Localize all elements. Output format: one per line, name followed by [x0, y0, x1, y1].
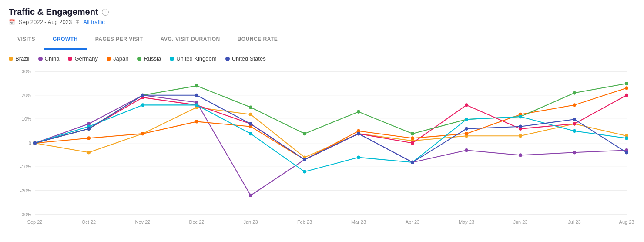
germany-dot	[68, 57, 72, 61]
china-label: China	[45, 55, 60, 62]
dot-china-8	[465, 148, 468, 152]
y-label-20p: 20%	[22, 93, 31, 98]
japan-dot	[107, 57, 111, 61]
uk-label: United Kingdom	[176, 55, 217, 62]
dot-brazil-9	[519, 134, 522, 138]
header: Traffic & Engagement i 📅 Sep 2022 - Aug …	[0, 0, 644, 25]
x-label-jun23: Jun 23	[513, 219, 528, 225]
dot-us-10	[573, 118, 576, 121]
dot-russia-11	[625, 82, 628, 85]
dot-germany-10	[573, 122, 576, 125]
dot-germany-7	[411, 141, 414, 145]
dot-russia-3	[195, 84, 198, 87]
tabs-container: VISITS GROWTH PAGES PER VISIT AVG. VISIT…	[0, 30, 644, 50]
x-label-dec22: Dec 22	[189, 219, 205, 225]
y-label-20n: -20%	[20, 188, 31, 193]
dot-us-2	[141, 94, 144, 97]
dot-china-9	[519, 153, 522, 157]
date-range: Sep 2022 - Aug 2023	[19, 19, 72, 25]
dot-us-9	[519, 125, 522, 128]
legend: Brazil China Germany Japan Russia United…	[0, 50, 644, 67]
dot-us-4	[249, 122, 252, 125]
x-label-aug23: Aug 23	[619, 219, 634, 225]
dot-russia-6	[357, 110, 360, 114]
page-title: Traffic & Engagement	[9, 7, 98, 17]
dot-us-6	[357, 132, 360, 135]
y-label-30p: 30%	[22, 69, 31, 74]
legend-russia[interactable]: Russia	[137, 55, 161, 62]
brazil-dot	[9, 57, 13, 61]
dot-japan-2	[141, 132, 144, 135]
dot-japan-1	[87, 136, 91, 140]
dot-us-7	[411, 161, 414, 164]
legend-us[interactable]: United States	[225, 55, 266, 62]
dot-uk-10	[573, 129, 576, 133]
tab-bounce-rate[interactable]: BOUNCE RATE	[229, 30, 287, 50]
legend-uk[interactable]: United Kingdom	[170, 55, 217, 62]
tab-growth[interactable]: GROWTH	[44, 30, 87, 50]
calendar-icon: 📅	[9, 19, 15, 25]
dot-japan-7	[411, 136, 414, 140]
line-uk	[35, 105, 627, 171]
dot-japan-11	[625, 86, 628, 90]
line-chart: 30% 20% 10% 0 -10% -20% -30% Sep 22 Oct …	[9, 67, 635, 228]
dot-uk-4	[249, 132, 252, 135]
dot-germany-8	[465, 103, 468, 107]
uk-dot	[170, 57, 174, 61]
dot-us-11	[625, 151, 628, 154]
x-label-sep22: Sep 22	[27, 219, 43, 225]
dot-us-1	[87, 127, 91, 131]
brazil-label: Brazil	[15, 55, 30, 62]
russia-label: Russia	[144, 55, 161, 62]
china-dot	[38, 57, 43, 61]
dot-brazil-4	[249, 113, 252, 116]
dot-russia-5	[303, 132, 306, 135]
tab-pages-per-visit[interactable]: PAGES PER VISIT	[87, 30, 152, 50]
dot-uk-6	[357, 156, 360, 159]
x-label-may23: May 23	[459, 219, 474, 225]
dot-germany-11	[625, 94, 628, 97]
dot-us-3	[195, 94, 198, 97]
x-label-nov22: Nov 22	[135, 219, 151, 225]
japan-label: Japan	[113, 55, 128, 62]
tab-visits[interactable]: VISITS	[9, 30, 44, 50]
x-label-feb23: Feb 23	[297, 219, 312, 225]
y-label-30n: -30%	[20, 212, 31, 217]
dot-us-0	[33, 141, 37, 145]
x-label-jan23: Jan 23	[244, 219, 258, 225]
dot-russia-7	[411, 132, 414, 135]
line-brazil	[35, 108, 627, 158]
tab-avg-visit-duration[interactable]: AVG. VISIT DURATION	[152, 30, 229, 50]
dot-russia-10	[573, 91, 576, 95]
dot-uk-9	[519, 115, 522, 118]
y-label-0: 0	[29, 141, 31, 146]
chart-area: 30% 20% 10% 0 -10% -20% -30% Sep 22 Oct …	[0, 67, 644, 234]
legend-china[interactable]: China	[38, 55, 60, 62]
dot-japan-8	[465, 132, 468, 135]
dot-uk-8	[465, 118, 468, 121]
dot-japan-3	[195, 120, 198, 123]
x-label-jul23: Jul 23	[568, 219, 580, 225]
dot-china-4	[249, 194, 252, 197]
traffic-filter-icon: ⊞	[75, 19, 80, 25]
legend-brazil[interactable]: Brazil	[9, 55, 30, 62]
info-icon[interactable]: i	[102, 9, 109, 16]
us-label: United States	[232, 55, 266, 62]
x-label-oct22: Oct 22	[82, 219, 96, 225]
dot-uk-2	[141, 103, 144, 107]
x-label-mar23: Mar 23	[351, 219, 366, 225]
legend-germany[interactable]: Germany	[68, 55, 97, 62]
us-dot	[225, 57, 230, 61]
dot-uk-11	[625, 136, 628, 140]
dot-brazil-1	[87, 151, 91, 154]
x-label-apr23: Apr 23	[406, 219, 419, 225]
traffic-filter: All traffic	[83, 19, 105, 25]
dot-uk-5	[303, 170, 306, 173]
legend-japan[interactable]: Japan	[107, 55, 128, 62]
dot-uk-3	[195, 103, 198, 107]
dot-japan-10	[573, 103, 576, 107]
russia-dot	[137, 57, 141, 61]
dot-us-8	[465, 127, 468, 131]
dot-russia-4	[249, 105, 252, 109]
dot-china-10	[573, 151, 576, 154]
